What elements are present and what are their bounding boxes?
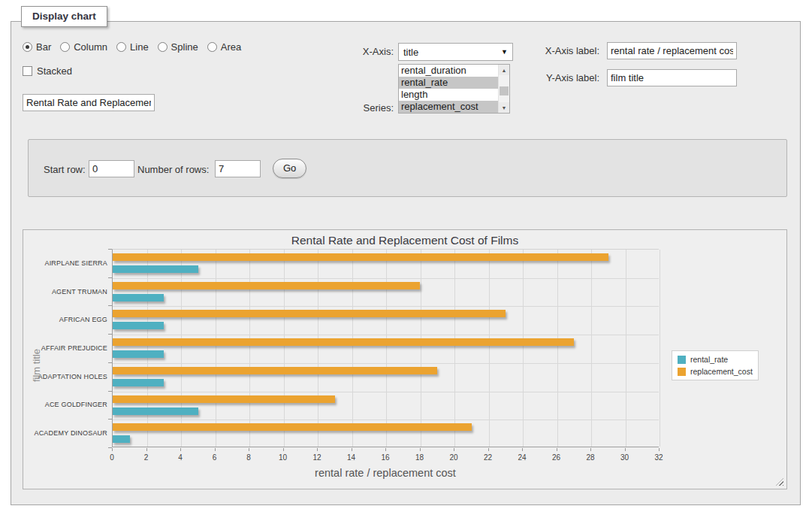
radio-icon[interactable]: [116, 42, 126, 52]
x-tick-label: 18: [409, 453, 431, 462]
bar-replacement_cost[interactable]: [113, 338, 574, 346]
grid-line: [147, 250, 148, 447]
x-tick-label: 12: [306, 453, 328, 462]
y-tick: [108, 391, 112, 392]
grid-line: [386, 250, 387, 447]
x-tick-label: 30: [614, 453, 636, 462]
radio-icon[interactable]: [158, 42, 168, 52]
x-tick-label: 24: [511, 453, 533, 462]
series-option-rental_duration[interactable]: rental_duration: [399, 65, 498, 77]
scrollbar-track[interactable]: [499, 75, 509, 102]
start-row-input[interactable]: [89, 160, 134, 177]
x-axis-selected-value: title: [403, 47, 418, 58]
x-tick: [488, 448, 489, 451]
bar-rental_rate[interactable]: [113, 379, 164, 386]
chart-type-radio-area[interactable]: Area: [207, 41, 241, 53]
stacked-checkbox[interactable]: [23, 66, 32, 76]
radio-label: Column: [74, 41, 107, 53]
series-option-replacement_cost[interactable]: replacement_cost: [399, 101, 498, 113]
plot-area: [112, 249, 659, 447]
radio-icon[interactable]: [60, 42, 70, 52]
x-tick-label: 8: [237, 453, 260, 462]
grid-line: [113, 278, 659, 279]
chart-type-radio-column[interactable]: Column: [60, 41, 107, 53]
scroll-up-icon[interactable]: ▲: [499, 65, 509, 75]
x-tick: [625, 448, 626, 451]
grid-line: [557, 250, 558, 447]
x-tick-label: 10: [272, 453, 294, 462]
y-tick: [108, 419, 112, 420]
grid-line: [113, 420, 659, 420]
x-tick-label: 22: [477, 453, 500, 462]
stacked-label: Stacked: [37, 65, 72, 77]
bar-rental_rate[interactable]: [113, 407, 198, 415]
grid-line: [284, 250, 285, 447]
category-label: AIRPLANE SIERRA: [25, 259, 107, 267]
chart-type-radio-group: BarColumnLineSplineArea: [23, 41, 241, 53]
x-tick: [215, 448, 216, 451]
x-tick: [146, 448, 147, 451]
x-tick: [180, 448, 181, 451]
series-option-length[interactable]: length: [399, 89, 498, 101]
bar-rental_rate[interactable]: [113, 322, 164, 329]
bar-rental_rate[interactable]: [113, 265, 198, 273]
y-axis-label-label: Y-Axis label:: [530, 72, 599, 83]
scroll-down-icon[interactable]: ▼: [499, 102, 509, 113]
series-listbox[interactable]: rental_durationrental_ratelengthreplacem…: [398, 64, 510, 114]
legend-item-replacement_cost[interactable]: replacement_cost: [678, 367, 753, 376]
chart-type-radio-spline[interactable]: Spline: [158, 41, 198, 53]
chart-type-radio-line[interactable]: Line: [116, 41, 149, 53]
radio-icon[interactable]: [207, 42, 217, 52]
x-axis-select[interactable]: title ▼: [398, 43, 513, 61]
bar-rental_rate[interactable]: [113, 294, 164, 301]
x-axis-label-input[interactable]: [607, 42, 737, 59]
y-axis-title: film title: [31, 320, 43, 411]
radio-label: Bar: [36, 41, 51, 53]
bar-rental_rate[interactable]: [113, 435, 130, 443]
chart-type-radio-bar[interactable]: Bar: [23, 41, 51, 53]
scrollbar-thumb[interactable]: [500, 86, 509, 95]
x-tick-label: 26: [545, 453, 568, 462]
stacked-checkbox-row[interactable]: Stacked: [23, 65, 72, 77]
x-tick: [590, 448, 591, 451]
go-button[interactable]: Go: [273, 159, 306, 178]
legend-label: replacement_cost: [690, 367, 753, 376]
chart-title-input[interactable]: [23, 94, 155, 111]
x-tick-label: 14: [340, 453, 363, 462]
grid-line: [626, 250, 626, 447]
series-select-label: Series:: [338, 102, 394, 114]
x-tick-label: 16: [374, 453, 397, 462]
bar-replacement_cost[interactable]: [113, 395, 335, 403]
x-tick: [420, 448, 421, 451]
grid-line: [421, 250, 421, 447]
bar-replacement_cost[interactable]: [113, 367, 437, 374]
series-option-rental_rate[interactable]: rental_rate: [399, 77, 498, 89]
y-axis-label-input[interactable]: [607, 69, 737, 86]
series-scrollbar[interactable]: ▲ ▼: [498, 65, 509, 113]
bar-replacement_cost[interactable]: [113, 423, 472, 431]
row-range-panel: Start row: Number of rows: Go: [28, 139, 787, 197]
y-tick: [108, 334, 112, 335]
x-tick: [659, 448, 660, 451]
x-axis-title: rental rate / replacement cost: [235, 467, 536, 479]
category-label: ACADEMY DINOSAUR: [25, 429, 107, 437]
y-tick: [108, 362, 112, 363]
radio-icon[interactable]: [23, 42, 32, 52]
legend-item-rental_rate[interactable]: rental_rate: [678, 355, 753, 364]
grid-line: [113, 392, 659, 392]
grid-line: [591, 250, 592, 447]
grid-line: [181, 250, 182, 447]
x-tick-label: 0: [101, 453, 123, 462]
radio-label: Spline: [171, 41, 198, 53]
bar-replacement_cost[interactable]: [113, 310, 506, 317]
x-tick: [454, 448, 454, 451]
resize-handle-icon[interactable]: [776, 478, 783, 486]
num-rows-input[interactable]: [215, 160, 261, 177]
x-tick-label: 28: [579, 453, 602, 462]
x-tick-label: 4: [169, 453, 192, 462]
grid-line: [523, 250, 524, 447]
bar-rental_rate[interactable]: [113, 350, 164, 358]
grid-line: [216, 250, 216, 447]
bar-replacement_cost[interactable]: [113, 253, 608, 261]
bar-replacement_cost[interactable]: [113, 282, 420, 289]
